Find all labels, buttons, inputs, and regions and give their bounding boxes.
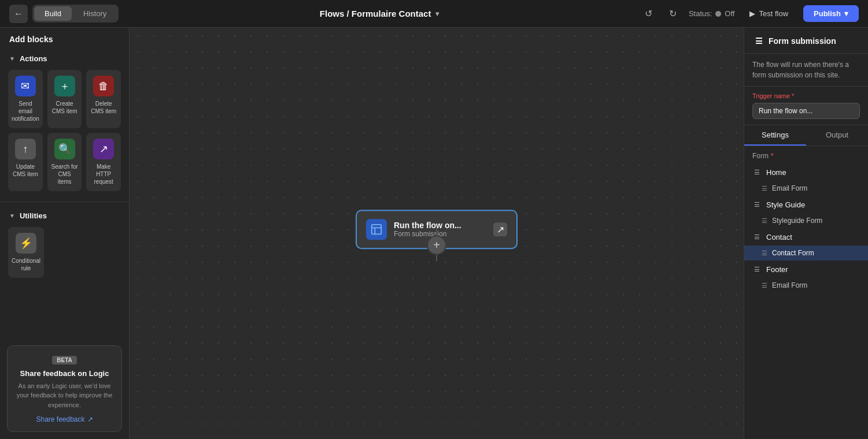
create-cms-icon: ＋: [54, 76, 75, 96]
form-submission-icon: ☰: [754, 36, 764, 46]
form-group-label: Style Guide: [766, 200, 805, 209]
share-feedback-link[interactable]: Share feedback ↗: [16, 415, 113, 423]
flow-title-caret[interactable]: ▾: [435, 10, 439, 18]
block-http-request[interactable]: ↗ Make HTTP request: [86, 133, 121, 191]
form-child-label: Email Form: [772, 281, 807, 289]
form-child-2-0[interactable]: ☰ Contact Form: [744, 245, 868, 261]
conditional-icon: ⚡: [16, 233, 36, 254]
form-group-1: ☰ Style Guide ☰ Styleguide Form: [744, 196, 868, 228]
tab-group: Build History: [32, 5, 119, 23]
share-feedback-label: Share feedback: [36, 415, 84, 423]
tab-output[interactable]: Output: [806, 125, 868, 146]
form-group-3: ☰ Footer ☰ Email Form: [744, 261, 868, 293]
publish-caret-icon: ▾: [844, 9, 848, 18]
play-icon: ▶: [749, 9, 755, 18]
utilities-section-header[interactable]: ▼ Utilities: [0, 204, 129, 225]
form-group-icon: ☰: [752, 168, 762, 177]
form-child-0-0[interactable]: ☰ Email Form: [744, 181, 868, 196]
beta-title: Share feedback on Logic: [16, 369, 113, 378]
flow-path-text: Flows / Formulaire Contact: [320, 9, 431, 18]
form-field-label: Form: [752, 152, 769, 160]
main-content: Add blocks ▼ Actions ✉ Send email notifi…: [0, 28, 868, 439]
form-group-parent-0[interactable]: ☰ Home: [744, 163, 868, 181]
settings-output-tabs: Settings Output: [744, 125, 868, 146]
left-panel: Add blocks ▼ Actions ✉ Send email notifi…: [0, 28, 130, 439]
top-bar-left: ← Build History: [9, 5, 119, 23]
block-create-cms[interactable]: ＋ Create CMS item: [47, 70, 82, 128]
form-child-1-0[interactable]: ☰ Styleguide Form: [744, 213, 868, 228]
flow-node-icon: [366, 219, 387, 240]
status-label: Status:: [689, 9, 712, 18]
form-group-parent-2[interactable]: ☰ Contact: [744, 228, 868, 245]
update-cms-label: Update CMS item: [12, 163, 39, 178]
form-child-label: Styleguide Form: [772, 217, 822, 225]
test-flow-button[interactable]: ▶ Test flow: [741, 6, 796, 21]
canvas[interactable]: Run the flow on... Form submission ↗ +: [130, 28, 744, 439]
back-button[interactable]: ←: [9, 5, 28, 23]
tab-build[interactable]: Build: [34, 6, 72, 21]
search-cms-icon: 🔍: [54, 139, 75, 159]
form-group-0: ☰ Home ☰ Email Form: [744, 163, 868, 196]
form-child-icon: ☰: [762, 185, 767, 192]
publish-button[interactable]: Publish ▾: [803, 5, 859, 22]
svg-rect-0: [372, 225, 382, 235]
trigger-label-text: Trigger name: [752, 92, 790, 99]
form-child-label: Contact Form: [772, 249, 814, 257]
block-conditional[interactable]: ⚡ Conditional rule: [8, 227, 44, 278]
form-child-icon: ☰: [762, 250, 767, 257]
form-group-parent-1[interactable]: ☰ Style Guide: [744, 196, 868, 213]
beta-badge: BETA: [52, 356, 76, 364]
form-child-icon: ☰: [762, 282, 767, 289]
redo-button[interactable]: ↻: [664, 5, 682, 23]
beta-description: As an early Logic user, we'd love your f…: [16, 381, 113, 410]
status-badge: Status: Off: [689, 9, 735, 18]
section-divider: [0, 202, 129, 202]
publish-label: Publish: [814, 9, 841, 18]
form-child-icon: ☰: [762, 217, 767, 225]
form-group-icon: ☰: [752, 232, 762, 241]
top-bar: ← Build History Flows / Formulaire Conta…: [0, 0, 868, 28]
actions-section-header[interactable]: ▼ Actions: [0, 47, 129, 68]
status-dot: [715, 11, 721, 17]
form-child-label: Email Form: [772, 184, 807, 192]
actions-arrow-icon: ▼: [9, 55, 15, 62]
tab-history[interactable]: History: [73, 6, 117, 21]
flow-node-expand-button[interactable]: ↗: [493, 222, 507, 236]
delete-cms-icon: 🗑: [93, 76, 114, 96]
delete-cms-label: Delete CMS item: [90, 100, 117, 115]
send-email-icon: ✉: [15, 76, 36, 96]
utilities-block-grid: ⚡ Conditional rule: [0, 225, 129, 286]
undo-button[interactable]: ↺: [640, 5, 658, 23]
utilities-label: Utilities: [20, 211, 47, 220]
add-node-button[interactable]: +: [427, 235, 446, 255]
utilities-arrow-icon: ▼: [9, 213, 15, 219]
form-group-icon: ☰: [752, 265, 762, 274]
form-required-mark: *: [771, 152, 774, 160]
block-search-cms[interactable]: 🔍 Search for CMS items: [47, 133, 82, 191]
tab-settings[interactable]: Settings: [744, 125, 806, 146]
create-cms-label: Create CMS item: [51, 100, 79, 115]
update-cms-icon: ↑: [15, 139, 36, 159]
right-panel-title-text: Form submission: [769, 36, 836, 46]
block-delete-cms[interactable]: 🗑 Delete CMS item: [86, 70, 121, 128]
add-icon: +: [433, 239, 440, 252]
form-group-label: Contact: [766, 233, 792, 241]
right-panel-description: The flow will run when there's a form su…: [744, 54, 868, 87]
trigger-label: Trigger name *: [752, 92, 860, 99]
beta-box: BETA Share feedback on Logic As an early…: [7, 345, 122, 433]
form-group-parent-3[interactable]: ☰ Footer: [744, 261, 868, 278]
add-blocks-title: Add blocks: [0, 28, 129, 47]
trigger-section: Trigger name *: [744, 87, 868, 125]
form-group-2: ☰ Contact ☰ Contact Form: [744, 228, 868, 261]
block-send-email[interactable]: ✉ Send email notification: [8, 70, 43, 128]
expand-icon: ↗: [497, 224, 504, 235]
form-label-row: Form *: [744, 146, 868, 163]
status-value: Off: [725, 9, 734, 18]
http-request-label: Make HTTP request: [90, 163, 117, 185]
right-panel: ☰ Form submission The flow will run when…: [744, 28, 868, 439]
right-panel-title: ☰ Form submission: [744, 28, 868, 54]
conditional-label: Conditional rule: [12, 257, 40, 272]
trigger-name-input[interactable]: [752, 103, 860, 119]
block-update-cms[interactable]: ↑ Update CMS item: [8, 133, 43, 191]
form-child-3-0[interactable]: ☰ Email Form: [744, 278, 868, 293]
